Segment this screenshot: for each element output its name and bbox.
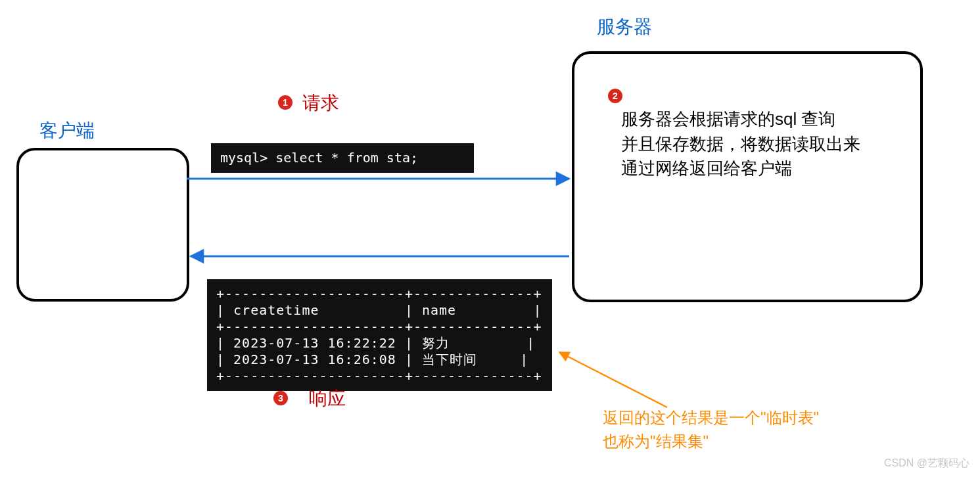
server-text-line1: 服务器会根据请求的sql 查询 [621, 107, 860, 132]
badge-2: 2 [608, 89, 622, 103]
note-line2: 也称为"结果集" [603, 430, 819, 453]
terminal-result: +---------------------+--------------+ |… [207, 279, 552, 391]
watermark: CSDN @艺颗码心 [884, 457, 969, 470]
response-label: 响应 [309, 386, 346, 411]
badge-3: 3 [273, 391, 288, 405]
server-text-line2: 并且保存数据，将数据读取出来 [621, 132, 860, 157]
client-label: 客户端 [39, 118, 95, 143]
note-arrow [559, 352, 667, 407]
note-text: 返回的这个结果是一个"临时表" 也称为"结果集" [603, 406, 819, 453]
server-text: 服务器会根据请求的sql 查询 并且保存数据，将数据读取出来 通过网络返回给客户… [621, 107, 860, 181]
client-box [16, 148, 189, 302]
server-label: 服务器 [597, 14, 652, 39]
terminal-query: mysql> select * from sta; [211, 143, 474, 173]
request-label: 请求 [302, 91, 339, 116]
note-line1: 返回的这个结果是一个"临时表" [603, 406, 819, 430]
server-text-line3: 通过网络返回给客户端 [621, 156, 860, 181]
badge-1: 1 [278, 95, 292, 110]
